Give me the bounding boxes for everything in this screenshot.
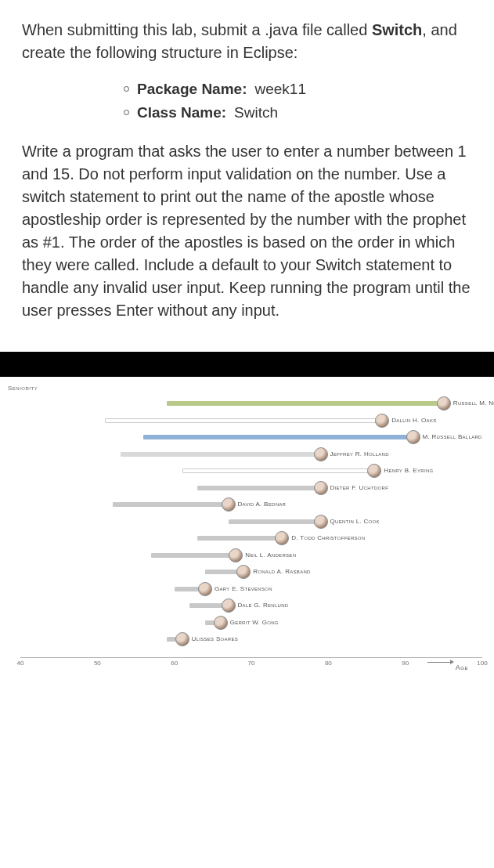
axis-tick-label: 80	[325, 660, 332, 667]
intro-text-a: When submitting this lab, submit a .java…	[22, 21, 372, 38]
axis-arrow-icon	[427, 662, 451, 663]
person-photo-icon	[236, 565, 251, 579]
person-photo-icon	[375, 414, 389, 428]
chart-area: Russell M. NelsonDallin H. OaksM. Russel…	[20, 382, 482, 671]
chart-row: Quentin L. Cook	[20, 514, 482, 530]
chart-bar	[113, 502, 229, 507]
chart-bar	[105, 418, 382, 423]
class-label: Class Name:	[137, 102, 226, 124]
body-paragraph: Write a program that asks the user to en…	[22, 140, 472, 322]
person-name-label: Jeffrey R. Holland	[330, 450, 389, 458]
chart-row: David A. Bednar	[20, 497, 482, 512]
bullet-class: Class Name: Switch	[124, 102, 472, 124]
person-photo-icon	[222, 497, 236, 512]
chart-bar	[229, 519, 321, 524]
axis-tick-label: 100	[477, 660, 487, 667]
axis-tick-label: 90	[402, 660, 409, 667]
person-name-label: Henry B. Eyring	[384, 467, 433, 474]
person-name-label: Dieter F. Uchtdorf	[330, 484, 389, 491]
person-photo-icon	[275, 531, 289, 545]
person-photo-icon	[214, 616, 228, 630]
axis-tick-label: 70	[248, 660, 255, 667]
chart-row: Dale G. Renlund	[20, 598, 482, 613]
axis-tick-label: 60	[171, 660, 178, 667]
person-name-label: Gary E. Stevenson	[215, 585, 272, 592]
person-photo-icon	[314, 481, 328, 495]
person-photo-icon	[198, 582, 212, 596]
chart-bar	[182, 468, 375, 473]
separator-bar	[0, 352, 494, 377]
chart-row: Gerrit W. Gong	[20, 615, 482, 631]
bullet-marker-icon	[124, 110, 129, 115]
bullet-marker-icon	[124, 86, 129, 92]
person-photo-icon	[314, 515, 328, 529]
chart-row: Dieter F. Uchtdorf	[20, 480, 482, 496]
person-name-label: Quentin L. Cook	[330, 518, 380, 525]
chart-bar	[197, 486, 320, 490]
chart-bar	[167, 401, 444, 406]
person-name-label: Dale G. Renlund	[238, 602, 289, 609]
person-name-label: Dallin H. Oaks	[391, 417, 436, 424]
chart-row: Russell M. Nelson	[20, 396, 482, 411]
person-name-label: Ulisses Soares	[192, 635, 239, 642]
person-photo-icon	[229, 548, 243, 562]
chart-bar	[121, 452, 321, 457]
person-name-label: Russell M. Nelson	[453, 400, 494, 407]
chart-row: D. Todd Christofferson	[20, 530, 482, 546]
person-photo-icon	[175, 632, 189, 646]
chart-plot: Russell M. NelsonDallin H. OaksM. Russel…	[20, 396, 482, 654]
intro-text-bold: Switch	[372, 21, 422, 38]
chart-row: Jeffrey R. Holland	[20, 447, 482, 462]
person-name-label: Ronald A. Rasband	[253, 568, 311, 575]
person-photo-icon	[314, 447, 328, 461]
person-name-label: Neil L. Andersen	[245, 552, 296, 559]
person-photo-icon	[406, 430, 420, 444]
person-photo-icon	[222, 599, 236, 613]
person-name-label: Gerrit W. Gong	[230, 619, 279, 626]
class-value: Switch	[234, 102, 278, 124]
chart-row: Ulisses Soares	[20, 631, 482, 647]
package-value: week11	[254, 78, 306, 100]
axis-tick-label: 50	[94, 660, 101, 667]
chart-row: Henry B. Eyring	[20, 463, 482, 479]
chart-bar	[197, 536, 282, 541]
chart-bar	[151, 553, 236, 558]
person-photo-icon	[367, 464, 381, 478]
chart-row: Ronald A. Rasband	[20, 564, 482, 580]
bullet-package: Package Name: week11	[124, 78, 472, 100]
intro-paragraph: When submitting this lab, submit a .java…	[22, 19, 472, 64]
person-name-label: David A. Bednar	[238, 501, 287, 508]
person-name-label: M. Russell Ballard	[423, 433, 482, 440]
chart-xlabel: Age	[456, 664, 468, 671]
bullet-list: Package Name: week11 Class Name: Switch	[22, 78, 472, 123]
seniority-chart: Seniority Russell M. NelsonDallin H. Oak…	[0, 377, 494, 678]
person-photo-icon	[437, 396, 451, 410]
instructions-block: When submitting this lab, submit a .java…	[0, 0, 494, 352]
chart-row: Gary E. Stevenson	[20, 581, 482, 597]
package-label: Package Name:	[137, 78, 247, 100]
chart-xaxis: Age 405060708090100	[20, 657, 482, 671]
chart-row: M. Russell Ballard	[20, 429, 482, 445]
chart-bar	[143, 435, 413, 439]
chart-row: Neil L. Andersen	[20, 548, 482, 563]
chart-row: Dallin H. Oaks	[20, 413, 482, 429]
axis-tick-label: 40	[17, 660, 24, 667]
person-name-label: D. Todd Christofferson	[291, 534, 365, 541]
